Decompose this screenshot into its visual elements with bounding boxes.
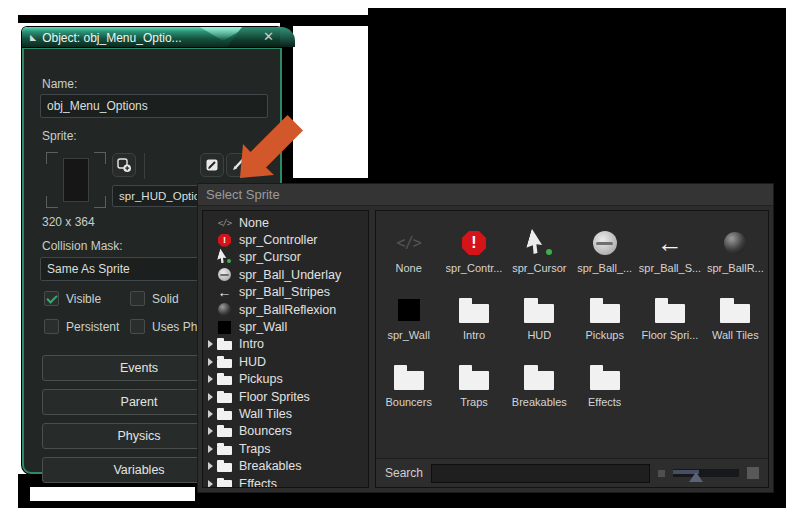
uses-physics-checkbox[interactable] <box>130 319 145 334</box>
grid-cell-folder[interactable]: Effects <box>572 347 637 414</box>
grid-cell-folder[interactable]: Bouncers <box>376 347 441 414</box>
ball-underlay-icon <box>217 268 232 282</box>
tree-folder[interactable]: HUD <box>203 353 368 370</box>
controller-icon: ! <box>217 233 232 247</box>
tree-folder[interactable]: Breakables <box>203 457 368 474</box>
wall-icon <box>217 320 232 334</box>
grid-cell-folder[interactable]: Wall Tiles <box>703 280 768 347</box>
folder-icon <box>394 365 424 390</box>
persistent-checkbox[interactable] <box>44 319 59 334</box>
ball-dark-icon <box>217 303 232 317</box>
code-icon <box>217 216 232 230</box>
folder-icon <box>720 298 750 323</box>
expander-icon[interactable] <box>208 393 213 401</box>
tree-folder[interactable]: Intro <box>203 336 368 353</box>
grid-cell-folder[interactable]: Floor Spri... <box>637 280 702 347</box>
expander-icon[interactable] <box>208 480 213 488</box>
sprite-label: Sprite: <box>42 129 77 143</box>
window-title: Object: obj_Menu_Optio... <box>42 31 181 45</box>
folder-icon <box>524 298 554 323</box>
grid-cell-sprite[interactable]: spr_Ball_... <box>572 213 637 280</box>
zoom-in-icon[interactable] <box>747 467 759 479</box>
expander-icon[interactable] <box>208 340 213 348</box>
tree-item-sprite[interactable]: spr_Wall <box>203 318 368 335</box>
tree-item-sprite[interactable]: spr_BallReflexion <box>203 301 368 318</box>
arrow-left-icon <box>217 285 232 299</box>
expander-icon[interactable] <box>208 462 213 470</box>
grid-cell-sprite[interactable]: spr_Cursor <box>507 213 572 280</box>
sprite-tree-panel[interactable]: None ! spr_Controller spr_Cursor spr_Bal… <box>202 210 369 488</box>
search-input[interactable] <box>431 464 650 483</box>
folder-icon <box>217 443 232 455</box>
tree-folder[interactable]: Traps <box>203 440 368 457</box>
tree-folder[interactable]: Bouncers <box>203 423 368 440</box>
search-bar: Search <box>376 458 768 487</box>
expander-icon[interactable] <box>208 427 213 435</box>
tree-item-none[interactable]: None <box>203 214 368 231</box>
zoom-slider-handle[interactable] <box>689 472 703 482</box>
cursor-icon <box>525 230 553 256</box>
grid-cell-sprite[interactable]: spr_Ball_S... <box>637 213 702 280</box>
zoom-slider[interactable] <box>673 469 739 477</box>
folder-icon <box>524 365 554 390</box>
controller-icon: ! <box>460 230 488 256</box>
grid-cell-folder[interactable]: Pickups <box>572 280 637 347</box>
sprite-preview-frame[interactable] <box>46 152 106 208</box>
tree-item-sprite[interactable]: spr_Ball_Underlay <box>203 266 368 283</box>
tree-folder[interactable]: Wall Tiles <box>203 405 368 422</box>
wall-icon <box>395 297 423 323</box>
white-patch <box>30 487 195 501</box>
folder-icon <box>217 356 232 368</box>
edit-sprite-button[interactable] <box>200 153 224 177</box>
arrow-left-icon <box>656 230 684 256</box>
code-icon <box>395 230 423 256</box>
tree-item-sprite[interactable]: spr_Cursor <box>203 249 368 266</box>
grid-cell-sprite[interactable]: spr_Wall <box>376 280 441 347</box>
new-sprite-button[interactable] <box>112 153 136 177</box>
folder-icon <box>655 298 685 323</box>
tree-folder[interactable]: Effects <box>203 475 368 488</box>
folder-icon <box>590 298 620 323</box>
search-label: Search <box>385 466 423 480</box>
expander-icon[interactable] <box>208 445 213 453</box>
redaction-bar <box>18 15 280 23</box>
sprite-grid[interactable]: None ! spr_Contr... spr_Cursor spr_Ball_… <box>376 211 768 458</box>
grid-cell-folder[interactable]: HUD <box>507 280 572 347</box>
grid-cell-sprite[interactable]: spr_BallR... <box>703 213 768 280</box>
folder-icon <box>217 338 232 350</box>
visible-checkbox[interactable] <box>44 291 59 306</box>
ball-underlay-icon <box>591 230 619 256</box>
close-icon[interactable]: ✕ <box>263 29 274 44</box>
sprite-size-label: 320 x 364 <box>42 215 95 229</box>
grid-cell-sprite[interactable]: ! spr_Contr... <box>441 213 506 280</box>
collapse-icon[interactable] <box>30 33 36 42</box>
folder-icon <box>217 460 232 472</box>
cursor-icon <box>217 250 232 264</box>
expander-icon[interactable] <box>208 358 213 366</box>
solid-checkbox[interactable] <box>130 291 145 306</box>
persistent-label: Persistent <box>66 320 119 334</box>
grid-cell-folder[interactable]: Breakables <box>507 347 572 414</box>
folder-icon <box>217 391 232 403</box>
grid-cell-none[interactable]: None <box>376 213 441 280</box>
tree-item-sprite[interactable]: spr_Ball_Stripes <box>203 284 368 301</box>
popup-title: Select Sprite <box>198 184 773 206</box>
tree-item-sprite[interactable]: ! spr_Controller <box>203 231 368 248</box>
zoom-out-icon[interactable] <box>658 470 665 477</box>
edit-sprite-icon <box>204 157 220 173</box>
tree-folder[interactable]: Pickups <box>203 371 368 388</box>
solid-label: Solid <box>152 292 179 306</box>
name-label: Name: <box>42 77 77 91</box>
grid-cell-folder[interactable]: Intro <box>441 280 506 347</box>
window-titlebar[interactable]: Object: obj_Menu_Optio... ✕ <box>22 27 282 48</box>
expander-icon[interactable] <box>208 410 213 418</box>
folder-icon <box>590 365 620 390</box>
tree-folder[interactable]: Floor Sprites <box>203 388 368 405</box>
sprite-thumbnail <box>63 158 89 202</box>
folder-icon <box>459 365 489 390</box>
grid-cell-folder[interactable]: Traps <box>441 347 506 414</box>
select-sprite-popup: Select Sprite None ! spr_Controller spr_… <box>197 183 774 493</box>
sprite-grid-panel: None ! spr_Contr... spr_Cursor spr_Ball_… <box>375 210 769 488</box>
folder-icon <box>217 425 232 437</box>
expander-icon[interactable] <box>208 375 213 383</box>
